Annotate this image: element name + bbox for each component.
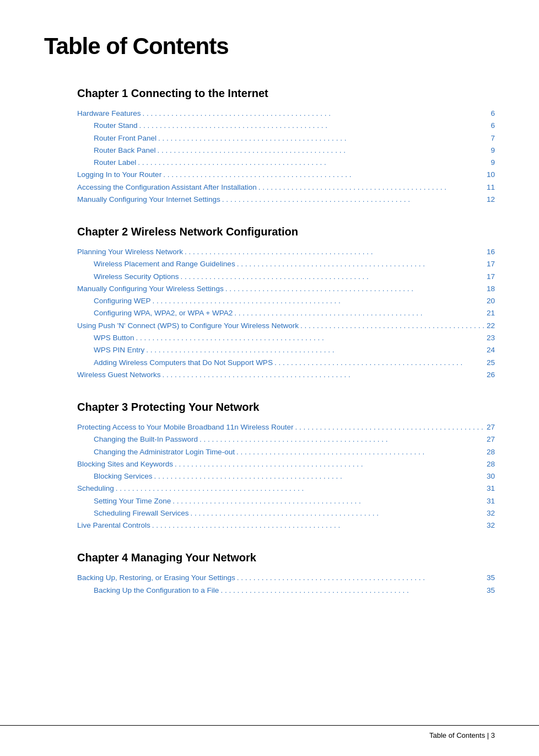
toc-dots: . . . . . . . . . . . . . . . . . . . . … [181, 271, 485, 283]
toc-entries-chapter2: Planning Your Wireless Network . . . . .… [77, 246, 495, 381]
toc-dots: . . . . . . . . . . . . . . . . . . . . … [237, 572, 485, 584]
toc-label: WPS Button [94, 332, 134, 344]
toc-entry[interactable]: WPS PIN Entry . . . . . . . . . . . . . … [94, 344, 495, 356]
toc-page: 7 [491, 132, 495, 144]
toc-page: 31 [487, 482, 495, 495]
toc-label: Accessing the Configuration Assistant Af… [77, 181, 257, 194]
toc-label: Backing Up the Configuration to a File [94, 585, 219, 597]
toc-page: 12 [487, 194, 495, 206]
toc-dots: . . . . . . . . . . . . . . . . . . . . … [143, 108, 489, 120]
toc-entry[interactable]: Live Parental Controls . . . . . . . . .… [77, 519, 495, 532]
toc-entry[interactable]: Accessing the Configuration Assistant Af… [77, 181, 495, 194]
toc-entry[interactable]: Changing the Administrator Login Time-ou… [94, 446, 495, 458]
toc-entry[interactable]: Configuring WEP . . . . . . . . . . . . … [94, 295, 495, 307]
toc-entry[interactable]: Wireless Guest Networks . . . . . . . . … [77, 369, 495, 381]
toc-dots: . . . . . . . . . . . . . . . . . . . . … [258, 181, 485, 194]
toc-dots: . . . . . . . . . . . . . . . . . . . . … [163, 369, 485, 381]
toc-dots: . . . . . . . . . . . . . . . . . . . . … [158, 132, 489, 144]
footer: Table of Contents | 3 [0, 725, 539, 739]
toc-entry[interactable]: Backing Up, Restoring, or Erasing Your S… [77, 572, 495, 584]
toc-label: Router Back Panel [94, 144, 156, 157]
toc-label: Manually Configuring Your Wireless Setti… [77, 283, 224, 295]
toc-entry[interactable]: Wireless Placement and Range Guidelines … [94, 258, 495, 270]
toc-page: 20 [487, 295, 495, 307]
toc-label: Adding Wireless Computers that Do Not Su… [94, 357, 273, 369]
toc-entry[interactable]: Router Back Panel . . . . . . . . . . . … [94, 144, 495, 157]
toc-entry[interactable]: Wireless Security Options . . . . . . . … [94, 271, 495, 283]
toc-dots: . . . . . . . . . . . . . . . . . . . . … [225, 283, 485, 295]
toc-entry[interactable]: Protecting Access to Your Mobile Broadba… [77, 421, 495, 433]
toc-label: WPS PIN Entry [94, 344, 144, 356]
page-title: Table of Contents [44, 33, 495, 60]
toc-dots: . . . . . . . . . . . . . . . . . . . . … [220, 585, 485, 597]
toc-label: Router Stand [94, 120, 138, 132]
toc-dots: . . . . . . . . . . . . . . . . . . . . … [173, 495, 485, 507]
toc-entry[interactable]: Router Front Panel . . . . . . . . . . .… [94, 132, 495, 144]
toc-entry[interactable]: Setting Your Time Zone . . . . . . . . .… [94, 495, 495, 507]
toc-dots: . . . . . . . . . . . . . . . . . . . . … [175, 458, 485, 470]
toc-dots: . . . . . . . . . . . . . . . . . . . . … [163, 169, 485, 181]
toc-dots: . . . . . . . . . . . . . . . . . . . . … [200, 433, 485, 446]
toc-entry[interactable]: Scheduling Firewall Services . . . . . .… [94, 507, 495, 519]
toc-label: Backing Up, Restoring, or Erasing Your S… [77, 572, 235, 584]
toc-page: 30 [487, 470, 495, 482]
toc-entry[interactable]: Manually Configuring Your Internet Setti… [77, 194, 495, 206]
toc-label: Changing the Administrator Login Time-ou… [94, 446, 235, 458]
toc-label: Router Front Panel [94, 132, 157, 144]
toc-entry[interactable]: Blocking Sites and Keywords . . . . . . … [77, 458, 495, 470]
toc-dots: . . . . . . . . . . . . . . . . . . . . … [146, 344, 485, 356]
toc-page: 23 [487, 332, 495, 344]
toc-dots: . . . . . . . . . . . . . . . . . . . . … [295, 421, 484, 433]
toc-entry[interactable]: Hardware Features . . . . . . . . . . . … [77, 108, 495, 120]
chapter-section-chapter4: Chapter 4 Managing Your NetworkBacking U… [44, 551, 495, 597]
toc-page: 21 [487, 307, 495, 319]
toc-label: Changing the Built-In Password [94, 433, 198, 446]
toc-entry[interactable]: Manually Configuring Your Wireless Setti… [77, 283, 495, 295]
toc-entry[interactable]: Backing Up the Configuration to a File .… [94, 585, 495, 597]
toc-page: 6 [491, 108, 495, 120]
toc-page: 28 [487, 446, 495, 458]
toc-label: Hardware Features [77, 108, 141, 120]
toc-dots: . . . . . . . . . . . . . . . . . . . . … [138, 157, 489, 169]
toc-page: 18 [487, 283, 495, 295]
toc-entry[interactable]: Scheduling . . . . . . . . . . . . . . .… [77, 482, 495, 495]
toc-label: Scheduling Firewall Services [94, 507, 189, 519]
toc-label: Configuring WPA, WPA2, or WPA + WPA2 [94, 307, 233, 319]
toc-page: 17 [487, 271, 495, 283]
toc-page: 27 [487, 421, 495, 433]
toc-entry[interactable]: Blocking Services . . . . . . . . . . . … [94, 470, 495, 482]
toc-label: Scheduling [77, 482, 114, 495]
chapter-heading-chapter2: Chapter 2 Wireless Network Configuration [77, 226, 495, 238]
toc-page: 27 [487, 433, 495, 446]
toc-dots: . . . . . . . . . . . . . . . . . . . . … [152, 519, 485, 532]
toc-page: 26 [487, 369, 495, 381]
toc-dots: . . . . . . . . . . . . . . . . . . . . … [237, 258, 485, 270]
toc-page: 32 [487, 519, 495, 532]
chapter-heading-chapter3: Chapter 3 Protecting Your Network [77, 401, 495, 414]
toc-entry[interactable]: Planning Your Wireless Network . . . . .… [77, 246, 495, 258]
toc-entry[interactable]: WPS Button . . . . . . . . . . . . . . .… [94, 332, 495, 344]
toc-entry[interactable]: Router Label . . . . . . . . . . . . . .… [94, 157, 495, 169]
toc-label: Blocking Services [94, 470, 153, 482]
toc-page: 16 [487, 246, 495, 258]
toc-entry[interactable]: Logging In to Your Router . . . . . . . … [77, 169, 495, 181]
toc-label: Live Parental Controls [77, 519, 150, 532]
toc-page: 24 [487, 344, 495, 356]
toc-entry[interactable]: Router Stand . . . . . . . . . . . . . .… [94, 120, 495, 132]
page: Table of Contents Chapter 1 Connecting t… [0, 0, 539, 756]
chapter-heading-chapter1: Chapter 1 Connecting to the Internet [77, 87, 495, 100]
toc-dots: . . . . . . . . . . . . . . . . . . . . … [274, 357, 485, 369]
toc-entry[interactable]: Configuring WPA, WPA2, or WPA + WPA2 . .… [94, 307, 495, 319]
toc-dots: . . . . . . . . . . . . . . . . . . . . … [236, 446, 485, 458]
toc-entry[interactable]: Changing the Built-In Password . . . . .… [94, 433, 495, 446]
toc-page: 9 [491, 157, 495, 169]
footer-text: Table of Contents | 3 [429, 731, 495, 739]
toc-dots: . . . . . . . . . . . . . . . . . . . . … [139, 120, 489, 132]
toc-label: Configuring WEP [94, 295, 151, 307]
toc-dots: . . . . . . . . . . . . . . . . . . . . … [185, 246, 485, 258]
toc-dots: . . . . . . . . . . . . . . . . . . . . … [136, 332, 485, 344]
toc-entry[interactable]: Adding Wireless Computers that Do Not Su… [94, 357, 495, 369]
chapter-section-chapter1: Chapter 1 Connecting to the InternetHard… [44, 87, 495, 206]
toc-page: 28 [487, 458, 495, 470]
toc-entry[interactable]: Using Push 'N' Connect (WPS) to Configur… [77, 320, 495, 332]
